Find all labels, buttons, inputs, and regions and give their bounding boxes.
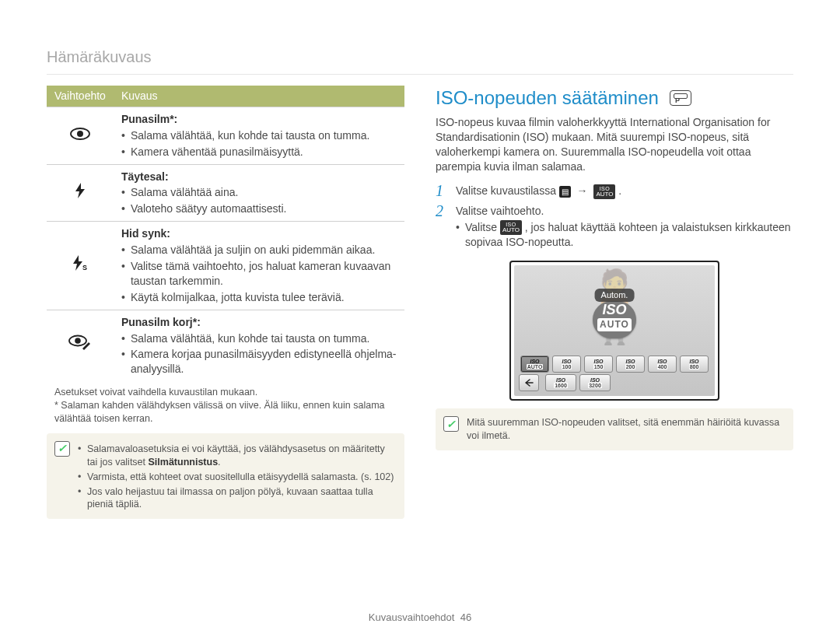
note-text: Salamavaloasetuksia ei voi käyttää, jos … xyxy=(87,443,385,468)
step-text: Valitse kuvaustilassa xyxy=(456,184,559,197)
footer-section-label: Kuvausvaihtoehdot xyxy=(369,611,455,623)
section-title: ISO-nopeuden säätäminen xyxy=(436,86,793,110)
option-bullet: Käytä kolmijalkaa, jotta kuvista tulee t… xyxy=(121,290,397,305)
option-bullet: Valoteho säätyy automaattisesti. xyxy=(121,201,397,216)
section-title-text: ISO-nopeuden säätäminen xyxy=(436,86,659,110)
iso-tile-800[interactable]: ISO800 xyxy=(680,356,709,373)
note-text: Jos valo heijastuu tai ilmassa on paljon… xyxy=(87,486,373,510)
option-bullet: Salama välähtää, kun kohde tai tausta on… xyxy=(121,331,397,346)
option-bullet: Kamera korjaa punasilmäisyyden edistynee… xyxy=(121,347,397,377)
menu-icon: ▤ xyxy=(559,186,571,198)
svg-text:S: S xyxy=(82,264,87,271)
svg-marker-2 xyxy=(75,183,85,198)
svg-point-1 xyxy=(77,131,83,137)
section-intro: ISO-nopeus kuvaa filmin valoherkkyyttä I… xyxy=(436,115,793,174)
iso-big-text: ISO xyxy=(593,303,636,317)
step-subbullet: Valitse ISOAUTO , jos haluat käyttää koh… xyxy=(456,220,793,250)
option-bullet: Kamera vähentää punasilmäisyyttä. xyxy=(121,145,397,159)
footnotes: Asetukset voivat vaihdella kuvaustilan m… xyxy=(47,386,404,426)
mode-badge-icon xyxy=(670,90,691,106)
option-bullet: Salama välähtää, kun kohde tai tausta on… xyxy=(121,128,397,143)
note-bold: Silmätunnistus xyxy=(149,457,219,468)
step-text: . xyxy=(618,184,621,197)
option-bullet: Salama välähtää aina. xyxy=(121,185,397,200)
iso-tile-200[interactable]: ISO200 xyxy=(616,356,645,373)
iso-tile-1600[interactable]: ISO1600 xyxy=(545,374,576,391)
breadcrumb-section: Hämäräkuvaus xyxy=(47,47,793,75)
step-item: Valitse kuvaustilassa ▤ → ISOAUTO . xyxy=(436,184,793,199)
iso-tile-3200[interactable]: ISO3200 xyxy=(579,374,611,391)
footer-page-number: 46 xyxy=(460,611,471,623)
iso-tile-auto[interactable]: ISOAUTO xyxy=(520,356,549,373)
left-column: Vaihtoehto Kuvaus Punasilm*: Salama välä… xyxy=(47,86,404,519)
option-bullet: Salama välähtää ja suljin on auki pidemm… xyxy=(121,243,397,257)
iso-tile-row-2: ISO1600 ISO3200 xyxy=(545,374,611,391)
right-column: ISO-nopeuden säätäminen ISO-nopeus kuvaa… xyxy=(436,86,793,519)
back-button[interactable] xyxy=(519,374,539,391)
note-icon: ✓ xyxy=(443,416,459,432)
iso-tile-row-1: ISOAUTO ISO100 ISO150 ISO200 ISO400 ISO8… xyxy=(520,356,709,373)
step-text: Valitse vaihtoehto. xyxy=(456,205,544,217)
left-note-block: ✓ Salamavaloasetuksia ei voi käyttää, jo… xyxy=(47,433,404,519)
svg-marker-3 xyxy=(73,255,82,271)
footnote-line: * Salaman kahden välähdyksen välissä on … xyxy=(54,399,404,426)
note-bullet: Varmista, että kohteet ovat suositellull… xyxy=(78,471,395,484)
option-title: Täytesal: xyxy=(121,170,169,183)
iso-label: Autom. xyxy=(595,289,635,302)
svg-marker-7 xyxy=(82,342,90,350)
note-bullet: Jos valo heijastuu tai ilmassa on paljon… xyxy=(78,485,395,512)
note-text: . xyxy=(218,457,220,468)
flash-options-table: Vaihtoehto Kuvaus Punasilm*: Salama välä… xyxy=(47,86,404,381)
table-head-option: Vaihtoehto xyxy=(47,86,114,107)
note-icon: ✓ xyxy=(54,441,70,457)
table-row: Punasilm*: Salama välähtää, kun kohde ta… xyxy=(47,107,404,164)
table-row: Punasilm korj*: Salama välähtää, kun koh… xyxy=(47,310,404,381)
iso-tile-100[interactable]: ISO100 xyxy=(552,356,581,373)
note-text: Mitä suuremman ISO-nopeuden valitset, si… xyxy=(467,416,784,443)
step-text: Valitse xyxy=(465,221,500,233)
iso-selection-badge: Autom. ISO AUTO xyxy=(593,301,636,338)
step-item: Valitse vaihtoehto. Valitse ISOAUTO , jo… xyxy=(436,204,793,250)
flash-slow-sync-icon: S xyxy=(47,222,114,310)
eye-icon xyxy=(47,107,114,164)
table-head-description: Kuvaus xyxy=(114,86,404,107)
camera-lcd-mock: 🧍 Autom. ISO AUTO ISOAUTO ISO100 ISO150 … xyxy=(509,261,719,401)
iso-auto-icon: ISOAUTO xyxy=(500,220,522,235)
table-row: Täytesal: Salama välähtää aina. Valoteho… xyxy=(47,164,404,222)
iso-tile-150[interactable]: ISO150 xyxy=(584,356,613,373)
eye-pencil-icon xyxy=(47,310,114,381)
table-row: S Hid synk: Salama välähtää ja suljin on… xyxy=(47,222,404,310)
svg-point-6 xyxy=(75,338,81,345)
note-text: Varmista, että kohteet ovat suositellull… xyxy=(87,471,394,482)
option-title: Hid synk: xyxy=(121,227,170,240)
option-title: Punasilm korj*: xyxy=(121,316,201,328)
option-title: Punasilm*: xyxy=(121,113,177,125)
page-footer: Kuvausvaihtoehdot 46 xyxy=(0,611,840,625)
right-note-block: ✓ Mitä suuremman ISO-nopeuden valitset, … xyxy=(436,408,793,450)
iso-tile-400[interactable]: ISO400 xyxy=(648,356,677,373)
note-bullet: Salamavaloasetuksia ei voi käyttää, jos … xyxy=(78,443,395,469)
flash-icon xyxy=(47,164,114,222)
iso-big-auto: AUTO xyxy=(597,318,632,331)
iso-auto-icon: ISOAUTO xyxy=(593,184,615,199)
option-bullet: Valitse tämä vaihtoehto, jos haluat kame… xyxy=(121,259,397,289)
footnote-line: Asetukset voivat vaihdella kuvaustilan m… xyxy=(54,386,404,399)
